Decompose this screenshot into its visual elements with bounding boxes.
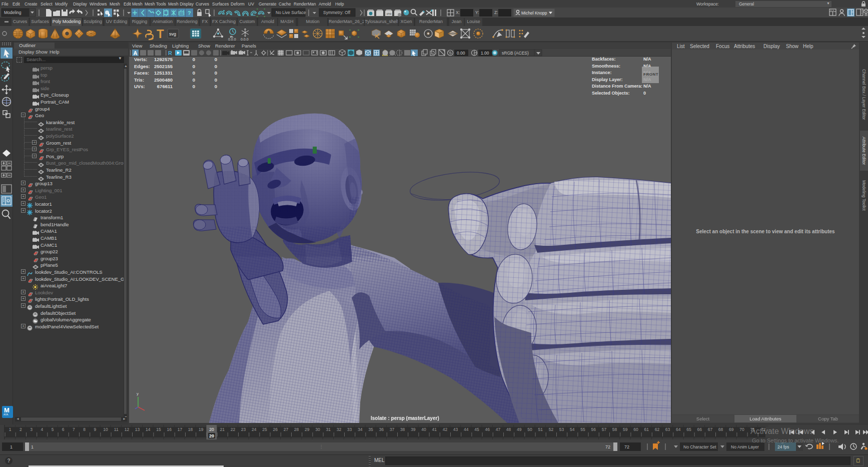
svg-text:61: 61 <box>644 427 649 432</box>
svg-text:66: 66 <box>697 427 702 432</box>
svg-text:21: 21 <box>220 427 225 432</box>
svg-text:47: 47 <box>496 427 501 432</box>
svg-text:48: 48 <box>506 427 511 432</box>
svg-text:49: 49 <box>517 427 522 432</box>
svg-text:54: 54 <box>570 427 575 432</box>
svg-text:64: 64 <box>676 427 681 432</box>
svg-text:Modeling: Modeling <box>4 10 22 15</box>
svg-text:35: 35 <box>368 427 373 432</box>
svg-text:67: 67 <box>708 427 713 432</box>
svg-text:14: 14 <box>146 427 151 432</box>
svg-text:62: 62 <box>655 427 660 432</box>
svg-text:29: 29 <box>305 427 310 432</box>
svg-text:1: 1 <box>9 427 12 432</box>
svg-text:20: 20 <box>209 427 214 432</box>
svg-text:svg: svg <box>169 32 176 37</box>
svg-text:72: 72 <box>605 444 610 449</box>
svg-text:42: 42 <box>443 427 448 432</box>
svg-text:28: 28 <box>294 427 299 432</box>
svg-text:No Character Set: No Character Set <box>683 444 716 449</box>
svg-text:Symmetry: Off: Symmetry: Off <box>323 10 351 15</box>
svg-text:55: 55 <box>580 427 585 432</box>
svg-text:27: 27 <box>284 427 289 432</box>
svg-text:9: 9 <box>94 427 96 432</box>
svg-text:24 fps: 24 fps <box>777 444 789 449</box>
svg-text:50: 50 <box>527 427 532 432</box>
svg-text:25: 25 <box>262 427 267 432</box>
svg-text:1: 1 <box>10 444 13 449</box>
svg-text:52: 52 <box>549 427 554 432</box>
svg-text:3: 3 <box>30 427 33 432</box>
svg-text:5: 5 <box>52 427 54 432</box>
svg-text:32: 32 <box>337 427 342 432</box>
svg-text:40: 40 <box>421 427 426 432</box>
svg-text:Michel Knopp: Michel Knopp <box>521 11 547 16</box>
svg-text:70: 70 <box>739 427 744 432</box>
svg-text:39: 39 <box>411 427 416 432</box>
svg-text:7: 7 <box>73 427 75 432</box>
svg-text:63: 63 <box>665 427 670 432</box>
svg-text:56: 56 <box>591 427 596 432</box>
svg-text:44: 44 <box>464 427 469 432</box>
svg-text:2: 2 <box>20 427 22 432</box>
svg-text:41: 41 <box>432 427 437 432</box>
svg-text:0.0.0: 0.0.0 <box>228 38 236 41</box>
svg-text:43: 43 <box>453 427 458 432</box>
svg-text:Z:: Z: <box>494 10 498 15</box>
svg-text:No Live Surface: No Live Surface <box>276 10 306 15</box>
svg-text:6: 6 <box>62 427 65 432</box>
svg-text:19: 19 <box>199 427 204 432</box>
svg-text:12: 12 <box>125 427 130 432</box>
svg-text:57: 57 <box>602 427 607 432</box>
svg-text:10: 10 <box>103 427 108 432</box>
svg-text:31: 31 <box>326 427 331 432</box>
svg-text:45: 45 <box>474 427 479 432</box>
svg-text:26: 26 <box>273 427 278 432</box>
svg-text:11: 11 <box>114 427 119 432</box>
svg-text:34: 34 <box>358 427 363 432</box>
svg-text:38: 38 <box>400 427 405 432</box>
svg-text:36: 36 <box>379 427 384 432</box>
svg-text:22: 22 <box>231 427 236 432</box>
svg-text:24: 24 <box>252 427 257 432</box>
svg-text:18: 18 <box>188 427 193 432</box>
svg-text:46: 46 <box>485 427 490 432</box>
svg-text:16: 16 <box>167 427 172 432</box>
svg-text:0.0.0: 0.0.0 <box>241 38 249 41</box>
svg-text:y: y <box>137 391 139 396</box>
svg-text:1: 1 <box>31 444 34 449</box>
svg-text:IPR: IPR <box>387 13 392 16</box>
svg-text:53: 53 <box>559 427 564 432</box>
svg-text:20: 20 <box>209 433 214 438</box>
svg-text:33: 33 <box>347 427 352 432</box>
svg-text:A: A <box>134 50 138 56</box>
svg-text:15: 15 <box>156 427 161 432</box>
svg-text:72: 72 <box>624 444 629 449</box>
svg-text:58: 58 <box>612 427 617 432</box>
svg-text:X:: X: <box>456 10 460 15</box>
svg-text:23: 23 <box>241 427 246 432</box>
svg-text:30: 30 <box>315 427 320 432</box>
svg-text:8: 8 <box>83 427 86 432</box>
svg-text:R: R <box>168 50 172 56</box>
svg-text:59: 59 <box>623 427 628 432</box>
svg-text:69: 69 <box>729 427 734 432</box>
svg-text:1.00: 1.00 <box>481 51 489 56</box>
svg-text:17: 17 <box>178 427 183 432</box>
svg-text:51: 51 <box>538 427 543 432</box>
svg-text:Y:: Y: <box>475 10 479 15</box>
svg-text:65: 65 <box>686 427 691 432</box>
svg-text:?: ? <box>188 10 191 16</box>
svg-text:60: 60 <box>633 427 638 432</box>
svg-text:sRGB (ACES): sRGB (ACES) <box>502 51 529 56</box>
svg-text:No Anim Layer: No Anim Layer <box>731 444 759 449</box>
svg-text:13: 13 <box>135 427 140 432</box>
svg-text:⋮: ⋮ <box>319 444 323 449</box>
svg-text:37: 37 <box>390 427 395 432</box>
svg-text:68: 68 <box>718 427 723 432</box>
svg-text:T: T <box>157 27 164 41</box>
svg-text:0.00: 0.00 <box>457 51 465 56</box>
svg-text:4: 4 <box>41 427 43 432</box>
